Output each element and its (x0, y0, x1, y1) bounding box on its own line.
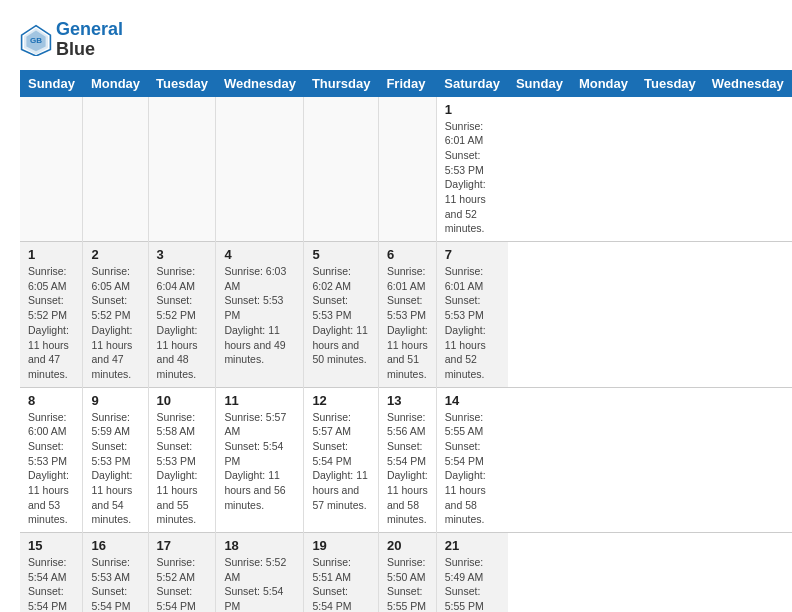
header-saturday: Saturday (436, 70, 508, 97)
page-header: GB GeneralBlue (20, 20, 772, 60)
calendar-cell: 17 Sunrise: 5:52 AM Sunset: 5:54 PM Dayl… (148, 533, 216, 612)
day-number: 1 (28, 247, 74, 262)
calendar-cell: 10 Sunrise: 5:58 AM Sunset: 5:53 PM Dayl… (148, 387, 216, 533)
calendar-table: SundayMondayTuesdayWednesdayThursdayFrid… (20, 70, 792, 612)
day-info: Sunrise: 5:56 AM Sunset: 5:54 PM Dayligh… (387, 410, 428, 528)
day-info: Sunrise: 6:04 AM Sunset: 5:52 PM Dayligh… (157, 264, 208, 382)
calendar-cell: 15 Sunrise: 5:54 AM Sunset: 5:54 PM Dayl… (20, 533, 83, 612)
week-row-4: 15 Sunrise: 5:54 AM Sunset: 5:54 PM Dayl… (20, 533, 792, 612)
day-number: 8 (28, 393, 74, 408)
header-wednesday: Wednesday (216, 70, 304, 97)
calendar-cell: 20 Sunrise: 5:50 AM Sunset: 5:55 PM Dayl… (378, 533, 436, 612)
svg-text:GB: GB (30, 36, 42, 45)
header-friday: Friday (378, 70, 436, 97)
calendar-cell: 19 Sunrise: 5:51 AM Sunset: 5:54 PM Dayl… (304, 533, 379, 612)
calendar-cell: 4 Sunrise: 6:03 AM Sunset: 5:53 PM Dayli… (216, 242, 304, 388)
day-info: Sunrise: 5:54 AM Sunset: 5:54 PM Dayligh… (28, 555, 74, 612)
calendar-cell (378, 97, 436, 242)
week-row-1: 1 Sunrise: 6:01 AM Sunset: 5:53 PM Dayli… (20, 97, 792, 242)
calendar-cell: 3 Sunrise: 6:04 AM Sunset: 5:52 PM Dayli… (148, 242, 216, 388)
col-header-monday: Monday (571, 70, 636, 97)
day-info: Sunrise: 5:49 AM Sunset: 5:55 PM Dayligh… (445, 555, 500, 612)
day-number: 5 (312, 247, 370, 262)
day-info: Sunrise: 5:52 AM Sunset: 5:54 PM Dayligh… (157, 555, 208, 612)
logo-icon: GB (20, 24, 52, 56)
calendar-cell: 14 Sunrise: 5:55 AM Sunset: 5:54 PM Dayl… (436, 387, 508, 533)
day-info: Sunrise: 6:05 AM Sunset: 5:52 PM Dayligh… (28, 264, 74, 382)
day-info: Sunrise: 5:53 AM Sunset: 5:54 PM Dayligh… (91, 555, 139, 612)
calendar-cell: 1 Sunrise: 6:01 AM Sunset: 5:53 PM Dayli… (436, 97, 508, 242)
day-info: Sunrise: 6:01 AM Sunset: 5:53 PM Dayligh… (445, 264, 500, 382)
calendar-cell (20, 97, 83, 242)
header-thursday: Thursday (304, 70, 379, 97)
calendar-cell: 2 Sunrise: 6:05 AM Sunset: 5:52 PM Dayli… (83, 242, 148, 388)
calendar-cell: 7 Sunrise: 6:01 AM Sunset: 5:53 PM Dayli… (436, 242, 508, 388)
day-info: Sunrise: 6:00 AM Sunset: 5:53 PM Dayligh… (28, 410, 74, 528)
calendar-cell: 11 Sunrise: 5:57 AM Sunset: 5:54 PM Dayl… (216, 387, 304, 533)
col-header-wednesday: Wednesday (704, 70, 792, 97)
calendar-cell: 5 Sunrise: 6:02 AM Sunset: 5:53 PM Dayli… (304, 242, 379, 388)
calendar-cell: 8 Sunrise: 6:00 AM Sunset: 5:53 PM Dayli… (20, 387, 83, 533)
day-number: 11 (224, 393, 295, 408)
day-info: Sunrise: 5:52 AM Sunset: 5:54 PM Dayligh… (224, 555, 295, 612)
day-number: 16 (91, 538, 139, 553)
header-sunday: Sunday (20, 70, 83, 97)
day-info: Sunrise: 5:50 AM Sunset: 5:55 PM Dayligh… (387, 555, 428, 612)
calendar-cell: 6 Sunrise: 6:01 AM Sunset: 5:53 PM Dayli… (378, 242, 436, 388)
header-monday: Monday (83, 70, 148, 97)
calendar-cell: 18 Sunrise: 5:52 AM Sunset: 5:54 PM Dayl… (216, 533, 304, 612)
logo-text: GeneralBlue (56, 20, 123, 60)
calendar-header-row: SundayMondayTuesdayWednesdayThursdayFrid… (20, 70, 792, 97)
day-info: Sunrise: 5:51 AM Sunset: 5:54 PM Dayligh… (312, 555, 370, 612)
day-number: 17 (157, 538, 208, 553)
calendar-cell: 1 Sunrise: 6:05 AM Sunset: 5:52 PM Dayli… (20, 242, 83, 388)
day-number: 18 (224, 538, 295, 553)
day-number: 21 (445, 538, 500, 553)
calendar-cell: 21 Sunrise: 5:49 AM Sunset: 5:55 PM Dayl… (436, 533, 508, 612)
day-info: Sunrise: 6:01 AM Sunset: 5:53 PM Dayligh… (387, 264, 428, 382)
day-number: 1 (445, 102, 500, 117)
logo: GB GeneralBlue (20, 20, 123, 60)
day-info: Sunrise: 6:05 AM Sunset: 5:52 PM Dayligh… (91, 264, 139, 382)
day-number: 7 (445, 247, 500, 262)
day-number: 20 (387, 538, 428, 553)
day-number: 2 (91, 247, 139, 262)
calendar-cell: 12 Sunrise: 5:57 AM Sunset: 5:54 PM Dayl… (304, 387, 379, 533)
day-info: Sunrise: 5:59 AM Sunset: 5:53 PM Dayligh… (91, 410, 139, 528)
day-info: Sunrise: 5:57 AM Sunset: 5:54 PM Dayligh… (312, 410, 370, 513)
col-header-tuesday: Tuesday (636, 70, 704, 97)
calendar-cell: 16 Sunrise: 5:53 AM Sunset: 5:54 PM Dayl… (83, 533, 148, 612)
week-row-3: 8 Sunrise: 6:00 AM Sunset: 5:53 PM Dayli… (20, 387, 792, 533)
day-number: 15 (28, 538, 74, 553)
day-info: Sunrise: 6:03 AM Sunset: 5:53 PM Dayligh… (224, 264, 295, 367)
week-row-2: 1 Sunrise: 6:05 AM Sunset: 5:52 PM Dayli… (20, 242, 792, 388)
calendar-cell: 13 Sunrise: 5:56 AM Sunset: 5:54 PM Dayl… (378, 387, 436, 533)
day-info: Sunrise: 5:55 AM Sunset: 5:54 PM Dayligh… (445, 410, 500, 528)
calendar-cell (304, 97, 379, 242)
day-number: 12 (312, 393, 370, 408)
header-tuesday: Tuesday (148, 70, 216, 97)
calendar-cell (83, 97, 148, 242)
day-info: Sunrise: 6:02 AM Sunset: 5:53 PM Dayligh… (312, 264, 370, 367)
calendar-cell (148, 97, 216, 242)
day-number: 9 (91, 393, 139, 408)
day-info: Sunrise: 6:01 AM Sunset: 5:53 PM Dayligh… (445, 119, 500, 237)
day-number: 14 (445, 393, 500, 408)
day-number: 6 (387, 247, 428, 262)
day-info: Sunrise: 5:58 AM Sunset: 5:53 PM Dayligh… (157, 410, 208, 528)
day-number: 3 (157, 247, 208, 262)
day-info: Sunrise: 5:57 AM Sunset: 5:54 PM Dayligh… (224, 410, 295, 513)
calendar-cell: 9 Sunrise: 5:59 AM Sunset: 5:53 PM Dayli… (83, 387, 148, 533)
day-number: 19 (312, 538, 370, 553)
calendar-cell (216, 97, 304, 242)
day-number: 10 (157, 393, 208, 408)
day-number: 4 (224, 247, 295, 262)
day-number: 13 (387, 393, 428, 408)
col-header-sunday: Sunday (508, 70, 571, 97)
